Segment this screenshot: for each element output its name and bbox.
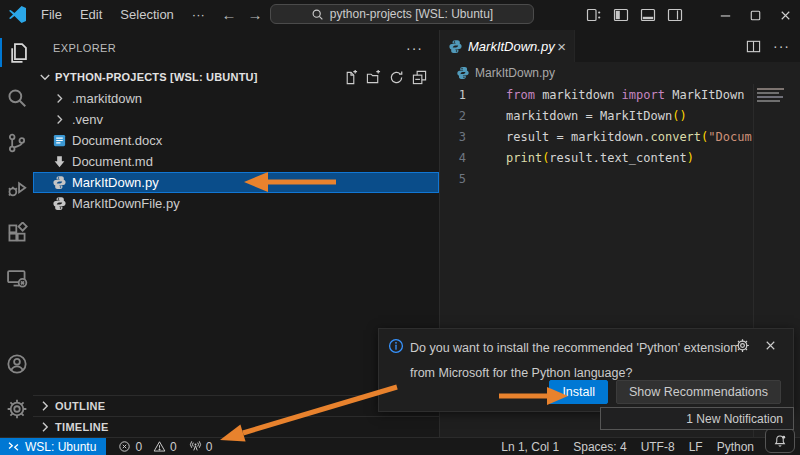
notification-close-icon[interactable] bbox=[763, 338, 778, 353]
activity-extensions[interactable] bbox=[0, 210, 33, 255]
markdown-file-icon bbox=[52, 154, 67, 169]
activity-remote-explorer[interactable] bbox=[0, 255, 33, 300]
bell-icon bbox=[773, 434, 787, 448]
status-utf-8[interactable]: UTF-8 bbox=[641, 440, 675, 454]
navigate-forward-icon[interactable]: → bbox=[244, 0, 266, 29]
toggle-secondary-sidebar-icon[interactable] bbox=[661, 0, 688, 30]
line-number: 1 bbox=[440, 88, 466, 102]
collapse-folders-icon[interactable] bbox=[412, 70, 427, 85]
tab-close-icon[interactable]: × bbox=[557, 39, 566, 54]
tree-item-document-md[interactable]: Document.md bbox=[33, 151, 439, 172]
tree-item-label: Document.md bbox=[72, 154, 153, 169]
line-number: 4 bbox=[440, 151, 466, 165]
title-bar: FileEditSelection··· ← → python-projects… bbox=[0, 0, 800, 30]
info-icon bbox=[388, 338, 404, 354]
code-token: ) bbox=[687, 151, 694, 165]
tree-item-markitdown-py[interactable]: MarkItDown.py bbox=[33, 172, 439, 193]
activity-search[interactable] bbox=[0, 75, 33, 120]
minimize-icon[interactable] bbox=[710, 0, 740, 30]
code-token: markitdown bbox=[542, 88, 621, 102]
tree-item-venv[interactable]: .venv bbox=[33, 109, 439, 130]
close-window-icon[interactable] bbox=[770, 0, 800, 30]
status-lf[interactable]: LF bbox=[689, 440, 703, 454]
code-line-2[interactable]: 2markitdown = MarkItDown() bbox=[440, 105, 754, 126]
menu-edit[interactable]: Edit bbox=[71, 0, 111, 30]
notification-message-line1: Do you want to install the recommended '… bbox=[410, 336, 737, 361]
code-text: markitdown = MarkItDown() bbox=[506, 109, 687, 123]
toggle-panel-icon[interactable] bbox=[634, 0, 661, 30]
code-line-1[interactable]: 1from markitdown import MarkItDown bbox=[440, 84, 754, 105]
python-file-icon bbox=[52, 196, 67, 211]
menu-file[interactable]: File bbox=[32, 0, 71, 30]
code-token: ( bbox=[701, 130, 708, 144]
tree-item-label: MarkItDown.py bbox=[72, 175, 159, 190]
breadcrumb-label: MarkItDown.py bbox=[475, 66, 555, 80]
tab-label: MarkItDown.py bbox=[468, 39, 555, 54]
code-token: from bbox=[506, 88, 542, 102]
code-line-4[interactable]: 4print(result.text_content) bbox=[440, 147, 754, 168]
activity-bar-top bbox=[0, 30, 33, 300]
remote-indicator[interactable]: WSL: Ubuntu bbox=[0, 438, 106, 455]
tree-root-folder[interactable]: PYTHON-PROJECTS [WSL: UBUNTU] bbox=[33, 66, 439, 88]
breadcrumb[interactable]: MarkItDown.py bbox=[440, 62, 800, 84]
navigate-back-icon[interactable]: ← bbox=[218, 0, 240, 29]
tree-item-label: MarkItDownFile.py bbox=[72, 196, 180, 211]
tab-markitdown-py[interactable]: MarkItDown.py × bbox=[440, 30, 575, 62]
editor-actions: ··· bbox=[746, 30, 790, 62]
tree-item-document-docx[interactable]: Document.docx bbox=[33, 130, 439, 151]
vscode-logo-icon bbox=[9, 6, 26, 23]
extensions-icon bbox=[6, 222, 28, 244]
tree-item-markitdown[interactable]: .markitdown bbox=[33, 88, 439, 109]
activity-settings[interactable] bbox=[0, 386, 33, 431]
show-recommendations-button[interactable]: Show Recommendations bbox=[616, 380, 781, 404]
toggle-primary-sidebar-icon[interactable] bbox=[607, 0, 634, 30]
activity-account[interactable] bbox=[0, 341, 33, 386]
line-number: 5 bbox=[440, 172, 466, 186]
notification-tooltip: 1 New Notification bbox=[600, 407, 794, 430]
code-text: print(result.text_content) bbox=[506, 151, 694, 165]
editor-more-actions-icon[interactable]: ··· bbox=[773, 38, 790, 54]
maximize-icon[interactable] bbox=[740, 0, 770, 30]
menu-more[interactable]: ··· bbox=[183, 0, 214, 30]
code-token: print bbox=[506, 151, 542, 165]
code-line-5[interactable]: 5 bbox=[440, 168, 754, 189]
notification-settings-icon[interactable] bbox=[735, 338, 750, 353]
status-bar: WSL: Ubuntu 0 0 0 Ln 1, Col 1Spaces: 4UT… bbox=[0, 437, 800, 455]
code-editor[interactable]: 1from markitdown import MarkItDown2marki… bbox=[440, 84, 754, 189]
source-control-icon bbox=[6, 132, 28, 154]
problems-indicator[interactable]: 0 0 bbox=[118, 440, 176, 454]
install-button[interactable]: Install bbox=[549, 380, 608, 404]
activity-source-control[interactable] bbox=[0, 120, 33, 165]
menu-bar: FileEditSelection··· bbox=[32, 0, 214, 30]
status-ln-1-col-1[interactable]: Ln 1, Col 1 bbox=[501, 440, 559, 454]
code-token: () bbox=[672, 109, 686, 123]
tree-item-markitdownfile-py[interactable]: MarkItDownFile.py bbox=[33, 193, 439, 214]
explorer-more-actions-icon[interactable]: ··· bbox=[406, 40, 423, 56]
code-token: result = markitdown. bbox=[506, 130, 651, 144]
activity-run-debug[interactable] bbox=[0, 165, 33, 210]
radio-tower-icon bbox=[189, 440, 202, 453]
search-icon bbox=[311, 8, 324, 21]
split-editor-icon[interactable] bbox=[746, 39, 761, 54]
new-folder-icon[interactable] bbox=[366, 70, 381, 85]
code-token: import bbox=[622, 88, 673, 102]
ports-indicator[interactable]: 0 bbox=[189, 440, 213, 454]
refresh-explorer-icon[interactable] bbox=[389, 70, 404, 85]
status-python[interactable]: Python bbox=[717, 440, 754, 454]
command-center-search[interactable]: python-projects [WSL: Ubuntu] bbox=[270, 4, 534, 24]
chevron-right-icon bbox=[52, 91, 67, 106]
activity-explorer[interactable] bbox=[0, 30, 33, 75]
code-token: "Docum bbox=[708, 130, 751, 144]
new-file-icon[interactable] bbox=[343, 70, 358, 85]
settings-icon bbox=[6, 398, 28, 420]
customize-layout-icon[interactable] bbox=[580, 0, 607, 30]
run-debug-icon bbox=[6, 177, 28, 199]
panel-timeline[interactable]: TIMELINE bbox=[33, 416, 439, 437]
code-line-3[interactable]: 3result = markitdown.convert("Docum bbox=[440, 126, 754, 147]
error-icon bbox=[118, 440, 131, 453]
line-number: 2 bbox=[440, 109, 466, 123]
status-spaces-4[interactable]: Spaces: 4 bbox=[573, 440, 626, 454]
menu-selection[interactable]: Selection bbox=[111, 0, 182, 30]
notifications-bell[interactable] bbox=[765, 428, 795, 453]
command-center-label: python-projects [WSL: Ubuntu] bbox=[330, 7, 493, 21]
